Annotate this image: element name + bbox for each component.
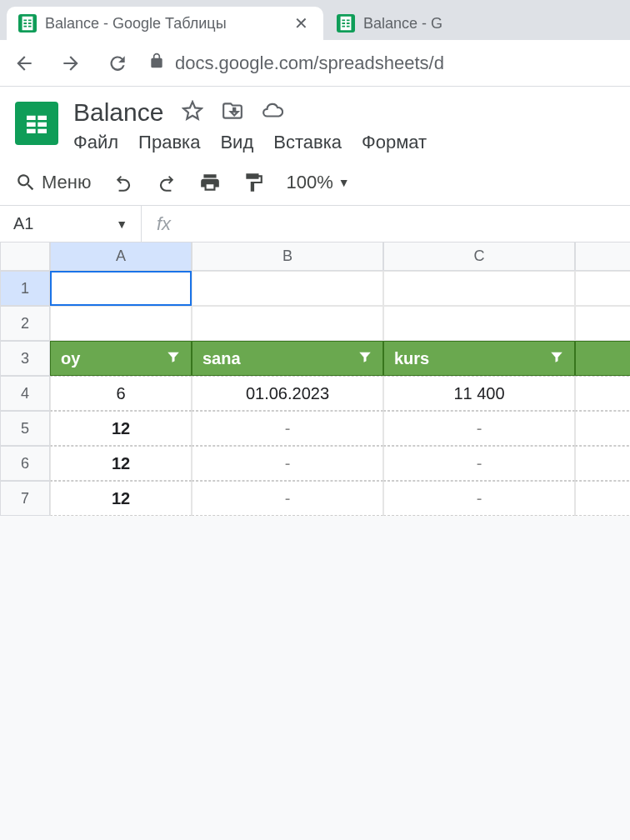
cell-B5[interactable]: - xyxy=(192,411,383,446)
cell-B4[interactable]: 01.06.2023 xyxy=(192,376,383,411)
url-text: docs.google.com/spreadsheets/d xyxy=(175,52,444,74)
search-menu-button[interactable]: Меню xyxy=(15,172,91,193)
cell-B6[interactable]: - xyxy=(192,446,383,481)
row-head-2[interactable]: 2 xyxy=(0,306,50,341)
row-head-7[interactable]: 7 xyxy=(0,481,50,516)
toolbar: Меню 100% ▼ xyxy=(0,160,630,206)
menu-file[interactable]: Файл xyxy=(73,132,118,153)
zoom-select[interactable]: 100% ▼ xyxy=(286,172,349,193)
cell-A5[interactable]: 12 xyxy=(50,411,192,446)
paint-format-button[interactable] xyxy=(242,172,264,193)
reload-button[interactable] xyxy=(102,48,133,79)
table-header-oy[interactable]: oy xyxy=(50,341,192,376)
col-head-B[interactable]: B xyxy=(192,242,383,271)
row-head-5[interactable]: 5 xyxy=(0,411,50,446)
filter-icon[interactable] xyxy=(549,349,564,368)
doc-title[interactable]: Balance xyxy=(73,98,163,127)
row-head-1[interactable]: 1 xyxy=(0,271,50,306)
redo-button[interactable] xyxy=(156,172,178,193)
move-folder-icon[interactable] xyxy=(222,100,243,125)
select-all-corner[interactable] xyxy=(0,242,50,271)
spreadsheet-grid[interactable]: A B C 1 2 3 oy sana kurs 4 6 01.06.2023 … xyxy=(0,242,630,516)
fx-icon: fx xyxy=(142,213,186,235)
menu-bar: Файл Правка Вид Вставка Формат xyxy=(73,132,427,153)
cell-A6[interactable]: 12 xyxy=(50,446,192,481)
menu-edit[interactable]: Правка xyxy=(138,132,200,153)
sheets-favicon-icon xyxy=(18,14,37,32)
cell-D4[interactable] xyxy=(575,376,630,411)
row-head-4[interactable]: 4 xyxy=(0,376,50,411)
cell-D6[interactable] xyxy=(575,446,630,481)
name-box[interactable]: A1 ▼ xyxy=(0,206,142,242)
print-button[interactable] xyxy=(199,172,221,193)
menu-label: Меню xyxy=(42,172,91,193)
menu-insert[interactable]: Вставка xyxy=(273,132,342,153)
cloud-status-icon[interactable] xyxy=(262,100,283,125)
header-label: kurs xyxy=(394,349,429,368)
row-head-3[interactable]: 3 xyxy=(0,341,50,376)
cell-D5[interactable] xyxy=(575,411,630,446)
browser-tab-inactive[interactable]: Balance - G xyxy=(323,7,454,40)
header-label: oy xyxy=(61,349,80,368)
cell-A7[interactable]: 12 xyxy=(50,481,192,516)
browser-tab-strip: Balance - Google Таблицы ✕ Balance - G xyxy=(0,0,630,40)
zoom-value: 100% xyxy=(286,172,332,193)
cell-A4[interactable]: 6 xyxy=(50,376,192,411)
cell-C7[interactable]: - xyxy=(383,481,575,516)
filter-icon[interactable] xyxy=(358,349,372,368)
undo-button[interactable] xyxy=(112,172,134,193)
menu-format[interactable]: Формат xyxy=(362,132,427,153)
cell-C6[interactable]: - xyxy=(383,446,575,481)
cell-D2[interactable] xyxy=(575,306,630,341)
doc-header: Balance Файл Правка Вид Вставка Формат xyxy=(0,87,630,160)
table-header-extra[interactable] xyxy=(575,341,630,376)
forward-button[interactable] xyxy=(55,48,87,79)
tab-close-icon[interactable]: ✕ xyxy=(291,13,312,33)
header-label: sana xyxy=(202,349,241,368)
cell-C1[interactable] xyxy=(383,271,575,306)
sheets-favicon-icon xyxy=(337,14,355,32)
cell-C5[interactable]: - xyxy=(383,411,575,446)
cell-B7[interactable]: - xyxy=(192,481,383,516)
name-box-value: A1 xyxy=(13,214,33,233)
sheets-logo-icon[interactable] xyxy=(15,102,58,145)
col-head-A[interactable]: A xyxy=(50,242,192,271)
formula-bar: A1 ▼ fx xyxy=(0,206,630,242)
row-head-6[interactable]: 6 xyxy=(0,446,50,481)
cell-D7[interactable] xyxy=(575,481,630,516)
table-header-kurs[interactable]: kurs xyxy=(383,341,575,376)
caret-down-icon: ▼ xyxy=(338,176,350,189)
cell-D1[interactable] xyxy=(575,271,630,306)
table-header-sana[interactable]: sana xyxy=(192,341,383,376)
tab-title: Balance - G xyxy=(363,15,442,32)
cell-C4[interactable]: 11 400 xyxy=(383,376,575,411)
menu-view[interactable]: Вид xyxy=(220,132,253,153)
filter-icon[interactable] xyxy=(166,349,181,368)
tab-title: Balance - Google Таблицы xyxy=(45,15,282,32)
caret-down-icon: ▼ xyxy=(116,218,128,231)
cell-B1[interactable] xyxy=(192,271,383,306)
col-head-C[interactable]: C xyxy=(383,242,575,271)
col-head-D[interactable] xyxy=(575,242,630,271)
url-display[interactable]: docs.google.com/spreadsheets/d xyxy=(148,52,444,74)
browser-tab-active[interactable]: Balance - Google Таблицы ✕ xyxy=(7,7,323,40)
address-bar: docs.google.com/spreadsheets/d xyxy=(0,40,630,87)
lock-icon xyxy=(148,52,165,74)
back-button[interactable] xyxy=(8,48,40,79)
cell-A2[interactable] xyxy=(50,306,192,341)
star-icon[interactable] xyxy=(182,100,203,125)
cell-C2[interactable] xyxy=(383,306,575,341)
cell-B2[interactable] xyxy=(192,306,383,341)
cell-A1[interactable] xyxy=(50,271,192,306)
